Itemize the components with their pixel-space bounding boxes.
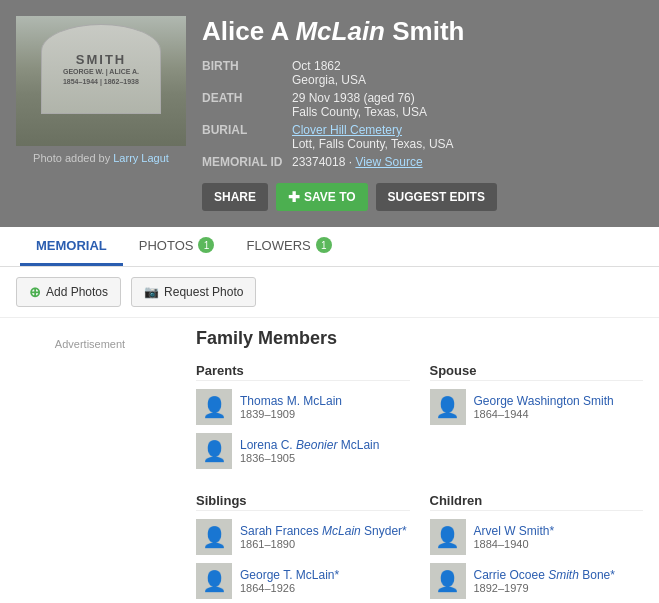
tab-photos[interactable]: PHOTOS 1 bbox=[123, 227, 231, 266]
member-info: Arvel W Smith* 1884–1940 bbox=[474, 524, 555, 550]
flowers-badge: 1 bbox=[316, 237, 332, 253]
parents-section: Parents 👤 Thomas M. McLain 1839–1909 👤 bbox=[196, 363, 410, 477]
siblings-title: Siblings bbox=[196, 493, 410, 511]
list-item: 👤 George Washington Smith 1864–1944 bbox=[430, 389, 644, 425]
member-info: Lorena C. Beonier McLain 1836–1905 bbox=[240, 438, 379, 464]
suggest-edits-button[interactable]: SUGGEST EDITS bbox=[376, 183, 497, 211]
header-info: Alice A McLain Smith BIRTH Oct 1862Georg… bbox=[202, 16, 643, 211]
camera-icon: 📷 bbox=[144, 285, 159, 299]
member-name-link[interactable]: Arvel W Smith* bbox=[474, 524, 555, 538]
member-dates: 1892–1979 bbox=[474, 582, 615, 594]
person-icon: 👤 bbox=[202, 395, 227, 419]
member-photo: 👤 bbox=[196, 433, 232, 469]
request-photo-button[interactable]: 📷 Request Photo bbox=[131, 277, 256, 307]
member-photo: 👤 bbox=[430, 563, 466, 599]
add-icon: ⊕ bbox=[29, 284, 41, 300]
share-button[interactable]: SHARE bbox=[202, 183, 268, 211]
info-table: BIRTH Oct 1862Georgia, USA DEATH 29 Nov … bbox=[202, 59, 643, 169]
spouse-title: Spouse bbox=[430, 363, 644, 381]
photo-caption: Photo added by Larry Lagut bbox=[16, 152, 186, 164]
family-members-title: Family Members bbox=[196, 328, 643, 349]
spouse-section: Spouse 👤 George Washington Smith 1864–19… bbox=[430, 363, 644, 477]
list-item: 👤 Sarah Frances McLain Snyder* 1861–1890 bbox=[196, 519, 410, 555]
person-icon: 👤 bbox=[202, 439, 227, 463]
ad-label: Advertisement bbox=[16, 338, 164, 350]
member-info: George T. McLain* 1864–1926 bbox=[240, 568, 339, 594]
list-item: 👤 Thomas M. McLain 1839–1909 bbox=[196, 389, 410, 425]
parents-title: Parents bbox=[196, 363, 410, 381]
member-photo: 👤 bbox=[196, 563, 232, 599]
member-dates: 1839–1909 bbox=[240, 408, 342, 420]
plus-icon: ✚ bbox=[288, 189, 300, 205]
member-name-link[interactable]: Thomas M. McLain bbox=[240, 394, 342, 408]
family-grid: Parents 👤 Thomas M. McLain 1839–1909 👤 bbox=[196, 363, 643, 603]
photos-badge: 1 bbox=[198, 237, 214, 253]
member-info: Sarah Frances McLain Snyder* 1861–1890 bbox=[240, 524, 407, 550]
member-dates: 1864–1926 bbox=[240, 582, 339, 594]
death-row: DEATH 29 Nov 1938 (aged 76)Falls County,… bbox=[202, 91, 643, 119]
tab-bar: MEMORIAL PHOTOS 1 FLOWERS 1 bbox=[0, 227, 659, 267]
main-content: Advertisement Family Members Parents 👤 T… bbox=[0, 318, 659, 603]
person-icon: 👤 bbox=[202, 525, 227, 549]
gravestone-graphic: SMITH GEORGE W. | ALICE A.1854–1944 | 18… bbox=[41, 24, 161, 114]
children-title: Children bbox=[430, 493, 644, 511]
person-icon: 👤 bbox=[435, 395, 460, 419]
grave-photo: SMITH GEORGE W. | ALICE A.1854–1944 | 18… bbox=[16, 16, 186, 146]
action-bar: ⊕ Add Photos 📷 Request Photo bbox=[0, 267, 659, 318]
tab-memorial[interactable]: MEMORIAL bbox=[20, 227, 123, 266]
member-dates: 1861–1890 bbox=[240, 538, 407, 550]
member-name-link[interactable]: Sarah Frances McLain Snyder* bbox=[240, 524, 407, 538]
list-item: 👤 Arvel W Smith* 1884–1940 bbox=[430, 519, 644, 555]
member-name-link[interactable]: Carrie Ocoee Smith Bone* bbox=[474, 568, 615, 582]
member-photo: 👤 bbox=[196, 519, 232, 555]
header: SMITH GEORGE W. | ALICE A.1854–1944 | 18… bbox=[0, 0, 659, 227]
view-source-link[interactable]: View Source bbox=[355, 155, 422, 169]
person-name: Alice A McLain Smith bbox=[202, 16, 643, 47]
member-name-link[interactable]: George T. McLain* bbox=[240, 568, 339, 582]
siblings-section: Siblings 👤 Sarah Frances McLain Snyder* … bbox=[196, 493, 410, 603]
header-buttons: SHARE ✚ SAVE TO SUGGEST EDITS bbox=[202, 183, 643, 211]
member-dates: 1884–1940 bbox=[474, 538, 555, 550]
person-icon: 👤 bbox=[202, 569, 227, 593]
header-photo-section: SMITH GEORGE W. | ALICE A.1854–1944 | 18… bbox=[16, 16, 186, 164]
list-item: 👤 Carrie Ocoee Smith Bone* 1892–1979 bbox=[430, 563, 644, 599]
birth-row: BIRTH Oct 1862Georgia, USA bbox=[202, 59, 643, 87]
add-photos-button[interactable]: ⊕ Add Photos bbox=[16, 277, 121, 307]
member-info: Carrie Ocoee Smith Bone* 1892–1979 bbox=[474, 568, 615, 594]
children-section: Children 👤 Arvel W Smith* 1884–1940 👤 bbox=[430, 493, 644, 603]
sidebar: Advertisement bbox=[0, 328, 180, 603]
member-photo: 👤 bbox=[430, 519, 466, 555]
burial-row: BURIAL Clover Hill CemeteryLott, Falls C… bbox=[202, 123, 643, 151]
person-icon: 👤 bbox=[435, 569, 460, 593]
content-area: Family Members Parents 👤 Thomas M. McLai… bbox=[180, 328, 659, 603]
member-name-link[interactable]: George Washington Smith bbox=[474, 394, 614, 408]
member-photo: 👤 bbox=[196, 389, 232, 425]
memorial-id-row: MEMORIAL ID 23374018 · View Source bbox=[202, 155, 643, 169]
photo-credit-link[interactable]: Larry Lagut bbox=[113, 152, 169, 164]
member-dates: 1864–1944 bbox=[474, 408, 614, 420]
list-item: 👤 Lorena C. Beonier McLain 1836–1905 bbox=[196, 433, 410, 469]
save-to-button[interactable]: ✚ SAVE TO bbox=[276, 183, 368, 211]
list-item: 👤 George T. McLain* 1864–1926 bbox=[196, 563, 410, 599]
member-info: Thomas M. McLain 1839–1909 bbox=[240, 394, 342, 420]
member-photo: 👤 bbox=[430, 389, 466, 425]
member-info: George Washington Smith 1864–1944 bbox=[474, 394, 614, 420]
member-name-link[interactable]: Lorena C. Beonier McLain bbox=[240, 438, 379, 452]
person-icon: 👤 bbox=[435, 525, 460, 549]
tab-flowers[interactable]: FLOWERS 1 bbox=[230, 227, 347, 266]
member-dates: 1836–1905 bbox=[240, 452, 379, 464]
cemetery-link[interactable]: Clover Hill Cemetery bbox=[292, 123, 402, 137]
